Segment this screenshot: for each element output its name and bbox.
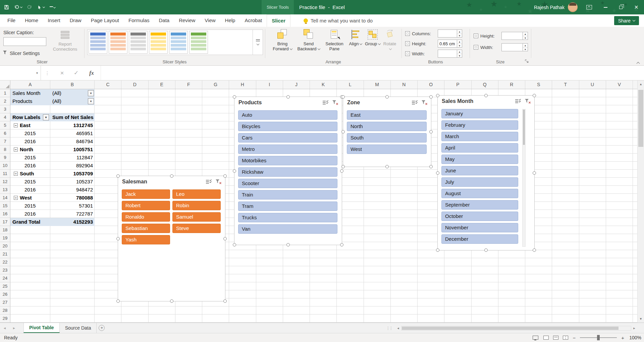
ribbon-tab-review[interactable]: Review — [174, 14, 200, 27]
columns-spinner[interactable]: ▴▾ — [457, 30, 462, 38]
zoom-in-button[interactable]: + — [621, 335, 624, 341]
slicer-item-march[interactable]: March — [441, 132, 518, 141]
row-header-14[interactable]: 14 — [0, 194, 10, 202]
column-header-E[interactable]: E — [149, 80, 175, 89]
slicer-item-sebastian[interactable]: Sebastian — [122, 224, 170, 233]
selection-pane-button[interactable]: Selection Pane — [322, 27, 347, 58]
slicer-item-metro[interactable]: Metro — [238, 145, 337, 154]
column-header-R[interactable]: R — [498, 80, 525, 89]
pivot-row-labels-header[interactable]: Row Labels▾ — [10, 113, 50, 121]
name-box-caret-icon[interactable]: ▾ — [36, 71, 38, 75]
clear-filter-icon[interactable] — [421, 100, 428, 107]
pivot-value[interactable]: 1053709 — [50, 170, 95, 178]
slicer-resize-handle[interactable] — [385, 165, 389, 168]
slicer-item-train[interactable]: Train — [238, 190, 337, 199]
multi-select-icon[interactable] — [411, 100, 418, 107]
collapse-ribbon-button[interactable] — [636, 60, 641, 63]
ribbon-tab-home[interactable]: Home — [20, 14, 43, 27]
row-header-18[interactable]: 18 — [0, 226, 10, 234]
slicer-item-west[interactable]: West — [347, 145, 427, 154]
slicer-item-south[interactable]: South — [347, 133, 427, 142]
row-header-24[interactable]: 24 — [0, 274, 10, 282]
row-header-22[interactable]: 22 — [0, 258, 10, 266]
pivot-value[interactable]: 948472 — [50, 186, 95, 194]
cancel-icon[interactable]: × — [58, 66, 66, 80]
collapse-button[interactable]: − — [14, 123, 18, 127]
ribbon-tab-acrobat[interactable]: Acrobat — [240, 14, 267, 27]
pivot-row-label[interactable]: Grand Total — [10, 218, 50, 226]
slicer-item-april[interactable]: April — [441, 143, 518, 153]
column-header-I[interactable]: I — [256, 80, 283, 89]
button-height-spinner[interactable]: ▴▾ — [457, 40, 462, 48]
slicer-resize-handle[interactable] — [436, 94, 439, 97]
page-break-preview-button[interactable] — [563, 336, 568, 340]
pivot-row-label[interactable]: 2016 — [10, 210, 50, 218]
pivot-values-header[interactable]: Sum of Net Sales — [50, 113, 95, 121]
zoom-level-label[interactable]: 100% — [629, 335, 641, 340]
slicer-resize-handle[interactable] — [116, 237, 120, 240]
slicer-item-van[interactable]: Van — [238, 224, 337, 234]
gallery-more-button[interactable] — [253, 30, 263, 55]
clear-filter-icon[interactable] — [525, 99, 531, 105]
pivot-value[interactable]: 1312745 — [50, 121, 95, 129]
slicer-item-yash[interactable]: Yash — [122, 235, 170, 244]
send-backward-button[interactable]: Send Backward — [296, 27, 321, 58]
row-header-29[interactable]: 29 — [0, 315, 10, 323]
ribbon-tab-formulas[interactable]: Formulas — [124, 14, 154, 27]
slicer-resize-handle[interactable] — [533, 171, 536, 175]
user-avatar[interactable] — [568, 2, 578, 12]
pivot-filter-value[interactable]: (All)▾ — [50, 97, 95, 105]
column-header-P[interactable]: P — [444, 80, 471, 89]
pivot-row-label[interactable]: 2015 — [10, 129, 50, 137]
row-header-4[interactable]: 4 — [0, 113, 10, 121]
pivot-row-label[interactable]: 2015 — [10, 154, 50, 162]
slicer-item-scooter[interactable]: Scooter — [238, 179, 337, 188]
enter-icon[interactable]: ✓ — [72, 66, 80, 80]
ribbon-tab-page-layout[interactable]: Page Layout — [86, 14, 124, 27]
slicer-item-motorbikes[interactable]: Motorbikes — [238, 156, 337, 165]
slicer-resize-handle[interactable] — [385, 95, 389, 99]
vertical-scroll-thumb[interactable] — [638, 90, 643, 147]
slicer-resize-handle[interactable] — [429, 95, 433, 99]
ribbon-tab-view[interactable]: View — [200, 14, 220, 27]
row-header-17[interactable]: 17 — [0, 218, 10, 226]
close-button[interactable]: × — [629, 0, 644, 14]
slicer-resize-handle[interactable] — [116, 299, 120, 303]
tell-me-box[interactable]: Tell me what you want to do — [304, 14, 373, 27]
collapse-button[interactable]: − — [14, 172, 18, 176]
slicer-resize-handle[interactable] — [340, 243, 343, 246]
display-settings-icon[interactable] — [533, 336, 538, 340]
slicer-style-blue-dark[interactable] — [89, 31, 107, 54]
slicer-style-orange[interactable] — [109, 31, 127, 54]
ribbon-tab-help[interactable]: Help — [220, 14, 240, 27]
slicer-item-may[interactable]: May — [441, 155, 518, 164]
column-header-O[interactable]: O — [418, 80, 444, 89]
slicer-sales-month[interactable]: Sales MonthJanuaryFebruaryMarchAprilMayJ… — [437, 95, 535, 250]
save-icon[interactable] — [4, 5, 9, 10]
row-header-15[interactable]: 15 — [0, 202, 10, 210]
column-header-J[interactable]: J — [283, 80, 310, 89]
page-layout-view-button[interactable] — [553, 336, 558, 340]
pivot-row-label[interactable]: 2016 — [10, 162, 50, 170]
slicer-caption-input[interactable] — [3, 37, 46, 46]
pivot-value[interactable]: 465951 — [50, 129, 95, 137]
slicer-item-august[interactable]: August — [441, 189, 518, 198]
column-header-N[interactable]: N — [391, 80, 418, 89]
row-header-25[interactable]: 25 — [0, 282, 10, 290]
normal-view-button[interactable] — [543, 336, 549, 340]
clear-filter-icon[interactable] — [215, 179, 222, 186]
slicer-item-cars[interactable]: Cars — [238, 133, 337, 142]
pivot-value[interactable]: 892904 — [50, 162, 95, 170]
sheet-nav-left-icon[interactable]: ◄ — [0, 323, 9, 333]
horizontal-scroll-thumb[interactable] — [402, 327, 619, 330]
horizontal-scroll-track[interactable] — [401, 326, 631, 331]
slicer-resize-handle[interactable] — [533, 248, 536, 252]
button-width-input[interactable] — [438, 50, 457, 58]
slicer-resize-handle[interactable] — [484, 94, 488, 97]
button-width-spinner[interactable]: ▴▾ — [457, 50, 462, 58]
report-connections-button[interactable]: Report Connections — [51, 28, 79, 59]
undo-button[interactable] — [14, 5, 22, 10]
ribbon-tab-slicer[interactable]: Slicer — [267, 14, 290, 27]
pivot-row-label[interactable]: 2015 — [10, 178, 50, 186]
column-header-S[interactable]: S — [525, 80, 552, 89]
